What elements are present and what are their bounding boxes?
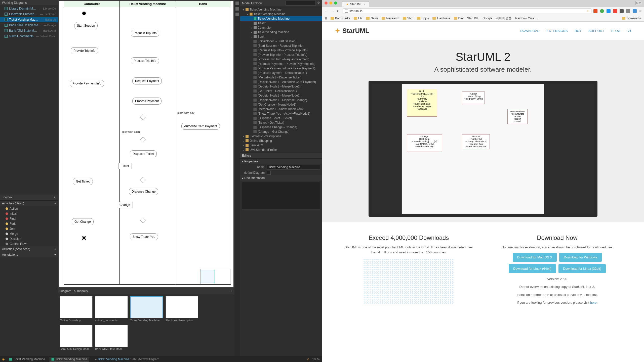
forward-icon[interactable]: → <box>331 9 335 13</box>
node-process-trip-info[interactable]: Process Trip Info <box>131 57 159 64</box>
decision-node-2[interactable] <box>140 177 146 183</box>
tree-item[interactable]: (Request Payment→Provide Payment Info) <box>240 62 322 66</box>
ext-green-icon[interactable] <box>600 9 604 13</box>
tree-item[interactable]: (Change→Get Change) <box>240 129 322 134</box>
nav-link[interactable]: DOWNLOAD <box>520 29 540 33</box>
tree-item[interactable]: (DecisionNode1→Authorize Card Payment) <box>240 80 322 84</box>
tree-item[interactable]: (MergeNode1→Show Thank You) <box>240 107 322 111</box>
working-diagram-item[interactable]: Ticket Vending Machine— Ticket Ve <box>0 17 58 22</box>
tree-toggle-icon[interactable]: ▸ <box>242 144 245 147</box>
breadcrumb-expand-icon[interactable]: ▸ <box>95 357 97 361</box>
tree-toggle-icon[interactable]: ▸ <box>242 149 245 151</box>
bookmark-item[interactable]: Google <box>482 17 492 20</box>
prop-defaultdiagram-checkbox[interactable] <box>267 171 271 175</box>
bookmark-item[interactable]: 네이버 웹툰 <box>496 16 512 20</box>
obj-change[interactable]: Change <box>117 202 133 208</box>
tree-item[interactable]: (Dispense Change→Change) <box>240 125 322 129</box>
warning-icon[interactable]: ⚠ <box>307 357 310 361</box>
ext-html5-icon[interactable] <box>593 9 597 13</box>
bookmark-item[interactable]: Hardware <box>432 17 450 20</box>
tree-toggle-icon[interactable]: ▸ <box>250 26 253 29</box>
tree-toggle-icon[interactable]: ▸ <box>242 135 245 138</box>
tree-item[interactable]: ▸Online Shopping <box>240 139 322 143</box>
traffic-close-icon[interactable] <box>325 2 328 5</box>
node-dispense-ticket[interactable]: Dispense Ticket <box>130 150 157 157</box>
model-search-input[interactable] <box>286 1 316 6</box>
tree-item[interactable]: (DecisionNode1→MergeNode1) <box>240 84 322 89</box>
diagram-canvas[interactable]: Commuter Ticket vending machine Bank Sta… <box>59 1 233 287</box>
status-tab-1[interactable]: Ticket Vending Machine <box>8 357 47 361</box>
merge-node-1[interactable] <box>140 137 146 143</box>
tree-item[interactable]: ▾Ticket Vending Machine <box>240 7 322 12</box>
bookmark-star-icon[interactable]: ☆ <box>586 9 589 13</box>
tree-item[interactable]: ▸UMLStandardProfile <box>240 148 322 152</box>
bookmark-item[interactable]: Rainbow Cute … <box>515 17 538 20</box>
tree-toggle-icon[interactable]: ▾ <box>242 8 245 11</box>
ext-user-icon[interactable] <box>626 9 630 13</box>
tree-item[interactable]: ▸Electronic Prescriptions <box>240 134 322 139</box>
nav-link[interactable]: SUPPORT <box>588 29 604 33</box>
url-input[interactable]: staruml.io ☆ <box>343 8 591 14</box>
working-diagram-item[interactable]: Bank ATM State Model— Bank ATM <box>0 28 58 33</box>
nav-link[interactable]: V1 <box>627 29 631 33</box>
info-link[interactable]: here <box>590 301 597 304</box>
swimlane-bank-header[interactable]: Bank <box>175 1 231 7</box>
tree-toggle-icon[interactable]: ▾ <box>246 13 249 16</box>
node-process-payment[interactable]: Process Payment <box>132 98 162 105</box>
download-button[interactable]: Download for Linux (64bit) <box>509 264 556 273</box>
window-label[interactable]: 다운 <box>635 1 642 5</box>
working-diagram-item[interactable]: Electronic Prescriptions— Electronic <box>0 11 58 17</box>
layers-icon[interactable] <box>235 13 239 16</box>
tree-item[interactable]: (Show Thank You→ActivityFinalNode1) <box>240 111 322 116</box>
gear-icon[interactable]: ⚙ <box>317 1 320 6</box>
home-icon[interactable] <box>235 2 239 5</box>
node-get-ticket[interactable]: Get Ticket <box>73 178 93 185</box>
diagram-thumbnail[interactable]: Ticket Vending Machine <box>130 296 163 322</box>
tree-item[interactable]: (Process Trip Info→Request Payment) <box>240 57 322 62</box>
documentation-textarea[interactable] <box>242 182 320 209</box>
toolbox-section[interactable]: Activities (Basic)▾ <box>0 201 58 206</box>
properties-section[interactable]: ▾ Properties <box>240 159 322 164</box>
toolbox-item[interactable]: Action <box>0 206 58 211</box>
documentation-section[interactable]: ▸ Documentation <box>240 175 322 181</box>
back-icon[interactable]: ← <box>325 9 329 13</box>
tree-item[interactable]: (Ticket→Get Ticket) <box>240 120 322 125</box>
toolbox-item[interactable]: Control Flow <box>0 241 58 246</box>
apps-icon[interactable]: ⊞ <box>325 17 327 20</box>
ext-blue-icon[interactable] <box>607 9 611 13</box>
toolbox-item[interactable]: Decision <box>0 236 58 241</box>
tree-item[interactable]: (MergeNode1→Dispense Ticket) <box>240 75 322 80</box>
reload-icon[interactable]: ⟳ <box>337 9 341 13</box>
download-button[interactable]: Download for Mac OS X <box>513 253 557 262</box>
tree-item[interactable]: ▸Bank ATM <box>240 143 322 148</box>
nav-link[interactable]: BLOG <box>611 29 620 33</box>
tree-item[interactable]: (Start Session→Request Trip Info) <box>240 43 322 48</box>
node-provide-payment-info[interactable]: Provide Payment Info <box>70 80 104 87</box>
node-authorize-card[interactable]: Authorize Card Payment <box>181 123 220 130</box>
toolbox-item[interactable]: Merge <box>0 231 58 236</box>
ext-shield-icon[interactable] <box>633 9 637 13</box>
lane-bank[interactable]: [card with pay] Authorize Card Payment <box>175 7 231 284</box>
bookmark-item[interactable]: Etc <box>354 17 363 20</box>
toolbox-item[interactable]: Join <box>0 226 58 231</box>
node-dispense-change[interactable]: Dispense Change <box>129 188 158 195</box>
toolbox-cursor-icon[interactable]: ↖ <box>53 196 56 199</box>
bookmark-item[interactable]: SNS <box>403 17 414 20</box>
ext-red-icon[interactable] <box>613 9 617 13</box>
tab-close-icon[interactable]: × <box>364 3 365 6</box>
tree-item[interactable]: Ticket <box>240 21 322 25</box>
toolbox-section[interactable]: Activities (Advanced)▾ <box>0 246 58 252</box>
breadcrumb-link[interactable]: Ticket Vending Machine <box>97 357 129 361</box>
tree-item[interactable]: (Get Ticket→DecisionNode1) <box>240 89 322 93</box>
tree-item[interactable]: (Dispense Ticket→Ticket) <box>240 116 322 120</box>
tree-item[interactable]: (Get Change→MergeNode1) <box>240 102 322 107</box>
diagram-thumbnail[interactable]: submit_comments <box>95 296 128 322</box>
page-content[interactable]: ✦ StarUML DOWNLOADEXTENSIONSBUYSUPPORTBL… <box>322 22 644 362</box>
tree-item[interactable]: Ticket Vending Machine <box>240 16 322 21</box>
minimap-viewport[interactable] <box>201 270 215 283</box>
node-provide-trip-info[interactable]: Provide Trip Info <box>71 47 98 54</box>
toolbox-item[interactable]: Final <box>0 216 58 221</box>
tree-toggle-icon[interactable]: ▸ <box>250 35 253 38</box>
tree-toggle-icon[interactable]: ▸ <box>242 140 245 142</box>
merge-node-2[interactable] <box>140 217 146 223</box>
